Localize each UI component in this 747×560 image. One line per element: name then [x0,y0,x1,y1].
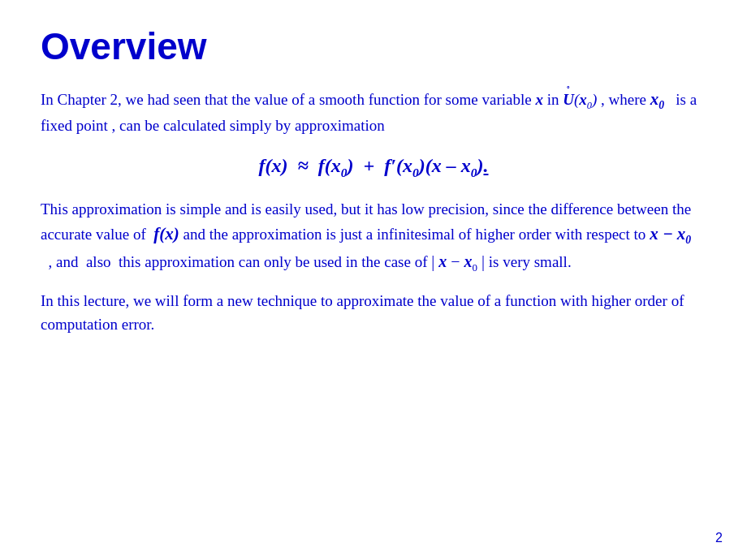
slide-content: In Chapter 2, we had seen that the value… [41,86,706,337]
formula-block: f(x) ≈ f(x0) + f′(x0)(x – x0). [41,151,706,183]
p3-text: In this lecture, we will form a new tech… [41,292,684,333]
slide: Overview In Chapter 2, we had seen that … [0,0,747,560]
p1-Ux0: ∘ U (x0) [563,91,597,108]
slide-title: Overview [41,24,706,68]
page-number: 2 [715,531,723,545]
p2-text3: , and also this approximation can only b… [41,253,431,270]
p1-text-in: in [543,91,563,108]
p2-expr: x − x0 [650,224,691,243]
formula-text: f(x) ≈ f(x0) + f′(x0)(x – x0). [259,155,489,176]
p2-text2: and the approximation is just a infinite… [179,226,650,243]
paragraph-1: In Chapter 2, we had seen that the value… [41,86,706,138]
p1-x0: x0 [650,89,664,109]
p1-text-start: In Chapter 2, we had seen that the value… [41,91,535,108]
p2-abs-expr: | x − x0 | [431,252,485,270]
p1-text-where: , where [597,91,650,108]
p2-fx-paren: (x) [159,224,179,243]
paragraph-3: In this lecture, we will form a new tech… [41,289,706,337]
paragraph-2: This approximation is simple and is easi… [41,197,706,276]
p2-text4: is very small. [485,253,572,270]
p1-var-x: x [535,91,543,108]
